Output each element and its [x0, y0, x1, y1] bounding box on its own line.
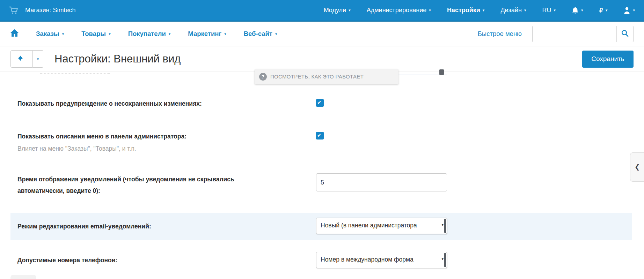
- chevron-down-icon: ▾: [554, 8, 556, 12]
- hint-menu-descriptions: Влияет на меню "Заказы", "Товары", и т.п…: [17, 145, 265, 152]
- topbar-menus: Модули▾ Администрирование▾ Настройки▾ Ди…: [324, 7, 635, 14]
- chevron-down-icon: ▾: [37, 57, 39, 61]
- cart-icon[interactable]: [9, 6, 18, 15]
- chevron-down-icon: ▾: [224, 32, 226, 36]
- page-header: ▾ Настройки: Внешний вид Сохранить: [0, 46, 644, 72]
- nav-customers[interactable]: Покупатели▾: [128, 30, 171, 38]
- back-button-group: ▾: [10, 50, 43, 68]
- main-navbar: Заказы▾ Товары▾ Покупатели▾ Маркетинг▾ В…: [0, 22, 644, 46]
- topbar-menu-modules[interactable]: Модули▾: [324, 7, 351, 14]
- notification-time-input[interactable]: [316, 173, 447, 191]
- search-icon: [621, 30, 629, 38]
- label-notification-time: Время отображения уведомлений (чтобы уве…: [17, 174, 265, 197]
- chevron-down-icon: ▾: [169, 32, 171, 36]
- store-label[interactable]: Магазин: Simtech: [25, 7, 75, 14]
- user-menu[interactable]: ▾: [623, 7, 635, 14]
- label-unsaved-changes-warning: Показывать предупреждение о несохраненны…: [17, 98, 265, 110]
- chevron-left-icon: ❮: [635, 163, 640, 171]
- language-selector[interactable]: RU▾: [542, 7, 556, 14]
- partial-select-arrow-sliver: [439, 69, 444, 75]
- nav-orders[interactable]: Заказы▾: [36, 30, 64, 38]
- nav-website[interactable]: Веб-сайт▾: [244, 30, 277, 38]
- chevron-down-icon: ▾: [62, 32, 64, 36]
- chevron-down-icon: ▾: [349, 8, 351, 12]
- topbar-menu-administration[interactable]: Администрирование▾: [367, 7, 431, 14]
- search-input[interactable]: [533, 26, 616, 42]
- back-button[interactable]: [10, 50, 33, 68]
- label-menu-descriptions: Показывать описания меню в панели админи…: [17, 131, 265, 142]
- nav-products[interactable]: Товары▾: [81, 30, 110, 38]
- nav-home[interactable]: [10, 29, 19, 38]
- partial-row-label-underline: [40, 73, 110, 74]
- chevron-down-icon: ▾: [581, 8, 583, 12]
- checkbox-menu-descriptions[interactable]: [316, 132, 324, 140]
- ruble-icon: ₽: [599, 7, 603, 14]
- topbar: Магазин: Simtech Модули▾ Администрирован…: [0, 0, 644, 22]
- currency-selector[interactable]: ₽▾: [599, 7, 607, 14]
- question-icon: ?: [259, 73, 267, 81]
- bell-icon: [572, 7, 579, 14]
- chevron-down-icon: ▾: [606, 8, 608, 12]
- email-edit-mode-select[interactable]: Новый (в панели администратора: [316, 218, 447, 234]
- page-title: Настройки: Внешний вид: [54, 53, 181, 65]
- quick-menu-link[interactable]: Быстрое меню: [478, 30, 522, 38]
- save-button[interactable]: Сохранить: [582, 51, 634, 68]
- chevron-down-icon: ▾: [109, 32, 111, 36]
- checkbox-unsaved-changes-warning[interactable]: [316, 99, 324, 107]
- how-it-works-tooltip[interactable]: ? ПОСМОТРЕТЬ, КАК ЭТО РАБОТАЕТ: [255, 69, 398, 84]
- home-icon: [10, 29, 19, 38]
- collapse-panel-tab[interactable]: ❮: [630, 152, 644, 182]
- back-dropdown-button[interactable]: ▾: [33, 50, 43, 68]
- topbar-menu-settings[interactable]: Настройки▾: [447, 7, 485, 14]
- arrow-left-icon: [18, 55, 25, 63]
- topbar-store: Магазин: Simtech: [9, 6, 75, 15]
- nav-right: Быстрое меню: [478, 26, 634, 42]
- notifications-menu[interactable]: ▾: [572, 7, 583, 14]
- topbar-menu-design[interactable]: Дизайн▾: [500, 7, 526, 14]
- search-box: [532, 26, 634, 42]
- user-icon: [623, 7, 630, 14]
- label-allowed-phone-numbers: Допустимые номера телефонов:: [17, 255, 265, 266]
- nav-marketing[interactable]: Маркетинг▾: [188, 30, 226, 38]
- allowed-phone-numbers-select[interactable]: Номер в международном форма: [316, 252, 447, 268]
- chevron-down-icon: ▾: [524, 8, 526, 12]
- chevron-down-icon: ▾: [633, 8, 635, 12]
- label-email-edit-mode: Режим редактирования email-уведомлений:: [17, 221, 265, 232]
- nav-links: Заказы▾ Товары▾ Покупатели▾ Маркетинг▾ В…: [10, 29, 277, 38]
- chevron-down-icon: ▾: [275, 32, 277, 36]
- how-it-works-label: ПОСМОТРЕТЬ, КАК ЭТО РАБОТАЕТ: [270, 74, 364, 80]
- partial-bottom-element: [10, 275, 36, 279]
- chevron-down-icon: ▾: [429, 8, 431, 12]
- search-button[interactable]: [616, 26, 633, 42]
- chevron-down-icon: ▾: [483, 8, 485, 12]
